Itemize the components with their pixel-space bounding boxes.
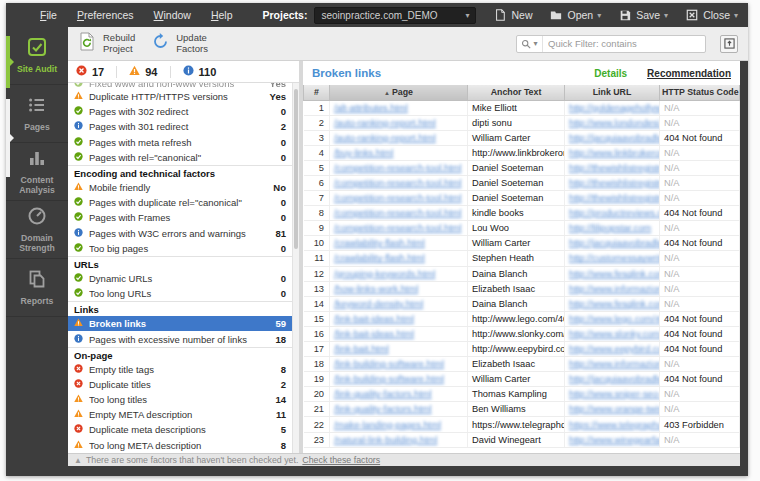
column-header-anchor-text[interactable]: Anchor Text [468,85,565,100]
table-row[interactable]: 19/link-building-software.htmlWilliam Ca… [304,372,740,387]
factor-row-mobile-friendly[interactable]: Mobile friendlyNo [68,180,292,195]
factor-row-fixed-www-and-non-www-versions[interactable]: Fixed www and non-www versionsYes [68,83,292,89]
table-row[interactable]: 17/link-bait.htmlhttp://www.eepybird.com… [304,342,740,357]
link-url[interactable]: http://www.fesqlink.com [565,266,660,281]
link-url[interactable]: http://www.slonky.com/4... [565,326,660,341]
column-header-num[interactable]: # [304,85,330,100]
table-row[interactable]: 10/crawlability-flash.htmlWilliam Carter… [304,236,740,251]
factor-row-pages-with-301-redirect[interactable]: Pages with 301 redirect2 [68,119,292,134]
factor-row-pages-with-meta-refresh[interactable]: Pages with meta refresh0 [68,135,292,150]
sidebar-item-site-audit[interactable]: Site Audit [6,27,68,85]
page-link[interactable]: /auto-ranking-report.html [330,115,468,130]
table-row[interactable]: 21/link-quality-factors.htmlBen Williams… [304,402,740,417]
page-link[interactable]: /competition-research-tool.html [330,191,468,206]
factor-row-pages-with-frames[interactable]: Pages with Frames0 [68,210,292,225]
page-link[interactable]: /buy-links.html [330,145,468,160]
column-header-page[interactable]: ▲Page [330,85,468,100]
page-link[interactable]: /competition-research-tool.html [330,206,468,221]
page-link[interactable]: /competition-research-tool.html [330,221,468,236]
page-link[interactable]: /link-bait-ideas.html [330,326,468,341]
menu-preferences[interactable]: Preferences [77,9,134,21]
link-url[interactable]: http://www.eepybird.co... [565,342,660,357]
link-url[interactable]: http://thewishlistregistry... [565,191,660,206]
page-link[interactable]: /competition-research-tool.html [330,160,468,175]
factor-row-pages-with-302-redirect[interactable]: Pages with 302 redirect0 [68,104,292,119]
factor-row-duplicate-http-https-versions[interactable]: Duplicate HTTP/HTTPS versionsYes [68,89,292,104]
rebuild-project-button[interactable]: Rebuild Project [78,32,135,55]
project-selector[interactable]: seoinpractice.com_DEMO ▾ [314,7,476,24]
table-row[interactable]: 18/link-building-software.htmlElizabeth … [304,357,740,372]
table-row[interactable]: 8/competition-research-tool.htmlkindle b… [304,206,740,221]
factors-scrollbar[interactable] [292,83,299,453]
link-url[interactable]: http://www.orange-twist... [565,402,660,417]
table-row[interactable]: 14/keyword-density.htmlDaina Blanchhttp:… [304,296,740,311]
table-row[interactable]: 3/auto-ranking-report.htmlWilliam Carter… [304,130,740,145]
page-link[interactable]: /link-quality-factors.html [330,387,468,402]
page-link[interactable]: /how-links-work.html [330,281,468,296]
link-url[interactable]: http://www.informazionib... [565,357,660,372]
table-row[interactable]: 15/link-bait-ideas.htmlhttp://www.lego.c… [304,311,740,326]
menu-file[interactable]: File [40,9,57,21]
link-url[interactable]: http://thewishlistregistry... [565,175,660,190]
table-row[interactable]: 2/auto-ranking-report.htmldipti sonuhttp… [304,115,740,130]
expand-filter-button[interactable] [720,35,738,53]
link-url[interactable]: http://www.linkbrokeronl... [565,145,660,160]
table-row[interactable]: 20/link-quality-factors.htmlThomas Kampl… [304,387,740,402]
factor-row-too-long-urls[interactable]: Too long URLs0 [68,286,292,301]
table-row[interactable]: 22/make-landing-pages.htmlhttps://www.te… [304,417,740,432]
link-url[interactable]: http://customessaywrite... [565,251,660,266]
sidebar-item-domain-strength[interactable]: Domain Strength [6,201,68,259]
update-factors-button[interactable]: Update Factors [151,32,208,55]
factor-row-pages-with-rel-canonical[interactable]: Pages with rel="canonical"0 [68,150,292,165]
page-link[interactable]: /link-quality-factors.html [330,402,468,417]
factor-row-too-big-pages[interactable]: Too big pages0 [68,241,292,256]
link-url[interactable]: http://jacquiaavobradley... [565,130,660,145]
factor-row-pages-with-w3c-errors-and-warnings[interactable]: Pages with W3C errors and warnings81 [68,226,292,241]
table-row[interactable]: 7/competition-research-tool.htmlDaniel S… [304,191,740,206]
link-url[interactable]: http://www.londondesi.c... [565,115,660,130]
page-link[interactable]: /link-bait-ideas.html [330,311,468,326]
menu-window[interactable]: Window [154,9,191,21]
link-url[interactable]: http://jacquiaavobradley... [565,372,660,387]
factor-row-empty-title-tags[interactable]: Empty title tags8 [68,362,292,377]
link-url[interactable]: http://goldenagehollywo... [565,100,660,115]
page-link[interactable]: /link-building-software.html [330,357,468,372]
page-link[interactable]: /make-landing-pages.html [330,417,468,432]
table-row[interactable]: 13/how-links-work.htmlElizabeth Isaachtt… [304,281,740,296]
page-link[interactable]: /crawlability-flash.html [330,251,468,266]
page-link[interactable]: /keyword-density.html [330,296,468,311]
page-link[interactable]: /link-bait.html [330,342,468,357]
new-project-button[interactable]: New [494,9,532,21]
sidebar-item-reports[interactable]: Reports [6,259,68,317]
factor-row-duplicate-titles[interactable]: Duplicate titles2 [68,377,292,392]
close-project-button[interactable]: Close▾ [686,9,738,21]
factor-row-too-long-titles[interactable]: Too long titles14 [68,392,292,407]
page-link[interactable]: /crawlability-flash.html [330,236,468,251]
link-url[interactable]: http://lilipopstar.com [565,221,660,236]
factor-row-broken-links[interactable]: Broken links59 [68,316,292,331]
column-header-http-status-code-link-page[interactable]: HTTP Status Code (link page) [660,85,740,100]
table-row[interactable]: 5/competition-research-tool.htmlDaniel S… [304,160,740,175]
table-row[interactable]: 4/buy-links.htmlhttp://www.linkbrokeronl… [304,145,740,160]
factor-row-pages-with-duplicate-rel-canonical[interactable]: Pages with duplicate rel="canonical"0 [68,195,292,210]
link-url[interactable]: https://www.telegraphde... [565,417,660,432]
factor-row-duplicate-meta-descriptions[interactable]: Duplicate meta descriptions5 [68,422,292,437]
page-link[interactable]: /competition-research-tool.html [330,175,468,190]
quick-filter-mode-button[interactable]: ▾ [517,36,543,52]
page-link[interactable]: /auto-ranking-report.html [330,130,468,145]
link-url[interactable]: http://www.informazionib... [565,281,660,296]
quick-filter-input[interactable] [543,38,705,49]
save-project-button[interactable]: Save▾ [619,9,668,21]
tab-recommendation[interactable]: Recommendation [647,68,731,79]
link-url[interactable]: http://www.lego.com/404 [565,311,660,326]
sidebar-item-content-analysis[interactable]: Content Analysis [6,143,68,201]
factor-row-empty-meta-description[interactable]: Empty META description11 [68,407,292,422]
factor-row-dynamic-urls[interactable]: Dynamic URLs0 [68,271,292,286]
link-url[interactable]: http://www.sniper-seo-s... [565,387,660,402]
menu-help[interactable]: Help [211,9,233,21]
column-header-link-url[interactable]: Link URL [565,85,660,100]
link-url[interactable]: http://www.winegearfami... [565,432,660,447]
page-link[interactable]: /natural-link-building.html [330,432,468,447]
table-row[interactable]: 9/competition-research-tool.htmlLou Wooh… [304,221,740,236]
table-row[interactable]: 16/link-bait-ideas.htmlhttp://www.slonky… [304,326,740,341]
